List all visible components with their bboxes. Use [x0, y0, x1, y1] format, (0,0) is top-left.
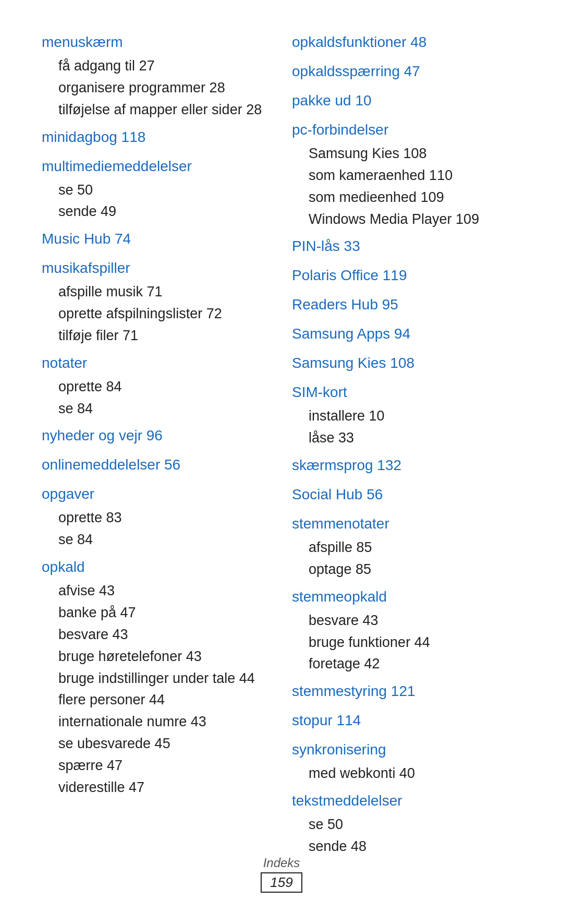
- index-page-num: 96: [142, 427, 163, 443]
- index-entry-header: tekstmeddelelser: [292, 790, 521, 812]
- index-sub-entry: organisere programmer 28: [42, 77, 271, 99]
- index-entry-header: opgaver: [42, 483, 271, 505]
- index-entry-link: Readers Hub 95: [292, 296, 398, 313]
- index-entry-header: opkaldsspærring 47: [292, 61, 521, 82]
- index-sub-entry: foretage 42: [292, 653, 521, 675]
- index-group: tekstmeddelelserse 50sende 48: [292, 790, 521, 858]
- index-group: musikafspillerafspille musik 71oprette a…: [42, 257, 271, 347]
- index-group: notateroprette 84se 84: [42, 352, 271, 420]
- index-entry-header: nyheder og vejr 96: [42, 425, 271, 447]
- index-group: opgaveroprette 83se 84: [42, 483, 271, 551]
- index-sub-entry: oprette afspilningslister 72: [42, 303, 271, 325]
- index-entry-link: Social Hub 56: [292, 486, 383, 502]
- index-entry-link: minidagbog 118: [42, 129, 145, 145]
- index-entry-header: SIM-kort: [292, 381, 521, 403]
- index-group: PIN-lås 33: [292, 235, 521, 259]
- index-entry-header: PIN-lås 33: [292, 235, 521, 257]
- index-entry-link: pc-forbindelser: [292, 122, 388, 138]
- index-sub-entry: se 50: [292, 814, 521, 836]
- index-group: stemmestyring 121: [292, 680, 521, 704]
- index-entry-link: tekstmeddelelser: [292, 793, 402, 809]
- index-entry-link: opkaldsfunktioner 48: [292, 34, 426, 50]
- index-page-num: 132: [373, 457, 402, 473]
- left-column: menuskærmfå adgang til 27organisere prog…: [42, 31, 271, 804]
- index-entry-header: pakke ud 10: [292, 90, 521, 112]
- index-sub-entry: viderestille 47: [42, 777, 271, 799]
- index-group: SIM-kortinstallere 10låse 33: [292, 381, 521, 449]
- index-sub-entry: flere personer 44: [42, 689, 271, 711]
- index-entry-link: skærmsprog 132: [292, 457, 401, 473]
- index-entry-header: stemmeopkald: [292, 586, 521, 608]
- index-sub-entry: tilføje filer 71: [42, 325, 271, 347]
- index-sub-entry: se ubesvarede 45: [42, 733, 271, 755]
- index-entry-link: musikafspiller: [42, 260, 130, 276]
- index-entry-link: multimediemeddelelser: [42, 158, 192, 174]
- index-page-num: 121: [387, 683, 415, 699]
- index-entry-header: Music Hub 74: [42, 228, 271, 250]
- index-group: Social Hub 56: [292, 484, 521, 508]
- index-sub-entry: bruge funktioner 44: [292, 632, 521, 654]
- index-sub-entry: få adgang til 27: [42, 55, 271, 77]
- index-entry-header: Samsung Apps 94: [292, 323, 521, 345]
- index-group: opkaldsfunktioner 48: [292, 31, 521, 55]
- index-group: opkaldsspærring 47: [292, 61, 521, 85]
- index-entry-link: stemmenotater: [292, 515, 389, 532]
- index-sub-entry: bruge indstillinger under tale 44: [42, 668, 271, 690]
- index-entry-header: Polaris Office 119: [292, 265, 521, 286]
- index-entry-header: opkaldsfunktioner 48: [292, 31, 521, 53]
- index-sub-entry: Samsung Kies 108: [292, 143, 521, 165]
- index-entry-header: opkald: [42, 556, 271, 578]
- index-entry-link: opkaldsspærring 47: [292, 63, 420, 79]
- index-entry-link: SIM-kort: [292, 384, 347, 400]
- index-page-num: 56: [362, 486, 383, 502]
- index-group: Samsung Kies 108: [292, 352, 521, 376]
- index-entry-header: stemmestyring 121: [292, 680, 521, 702]
- index-group: minidagbog 118: [42, 126, 271, 150]
- index-sub-entry: tilføjelse af mapper eller sider 28: [42, 99, 271, 121]
- index-page-num: 94: [390, 326, 410, 342]
- index-group: nyheder og vejr 96: [42, 425, 271, 449]
- index-sub-entry: se 50: [42, 179, 271, 201]
- index-sub-entry: besvare 43: [292, 610, 521, 632]
- index-group: stemmenotaterafspille 85optage 85: [292, 513, 521, 581]
- index-entry-header: onlinemeddelelser 56: [42, 454, 271, 476]
- index-entry-header: synkronisering: [292, 739, 521, 761]
- index-entry-header: pc-forbindelser: [292, 119, 521, 141]
- index-group: opkaldafvise 43banke på 47besvare 43brug…: [42, 556, 271, 798]
- index-page-num: 119: [378, 267, 407, 283]
- index-entry-header: minidagbog 118: [42, 126, 271, 148]
- index-group: pc-forbindelserSamsung Kies 108som kamer…: [292, 119, 521, 230]
- index-entry-header: Readers Hub 95: [292, 294, 521, 316]
- index-group: onlinemeddelelser 56: [42, 454, 271, 478]
- footer-label: Indeks: [0, 856, 563, 870]
- index-sub-entry: som medieenhed 109: [292, 187, 521, 209]
- index-sub-entry: optage 85: [292, 559, 521, 581]
- footer-page-number: 159: [261, 872, 302, 893]
- index-sub-entry: installere 10: [292, 405, 521, 427]
- index-entry-link: nyheder og vejr 96: [42, 427, 163, 443]
- index-sub-entry: besvare 43: [42, 624, 271, 646]
- index-group: stemmeopkaldbesvare 43bruge funktioner 4…: [292, 586, 521, 676]
- index-entry-header: Samsung Kies 108: [292, 352, 521, 374]
- index-page-num: 95: [378, 296, 398, 313]
- index-entry-header: stopur 114: [292, 710, 521, 731]
- index-page-num: 48: [406, 34, 426, 50]
- index-columns: menuskærmfå adgang til 27organisere prog…: [42, 31, 521, 863]
- index-sub-entry: spærre 47: [42, 755, 271, 777]
- index-sub-entry: afvise 43: [42, 580, 271, 602]
- index-page-num: 33: [340, 238, 360, 254]
- index-sub-entry: med webkonti 40: [292, 763, 521, 785]
- index-entry-header: multimediemeddelelser: [42, 155, 271, 177]
- index-entry-link: Samsung Apps 94: [292, 326, 410, 342]
- index-entry-header: notater: [42, 352, 271, 374]
- index-entry-link: onlinemeddelelser 56: [42, 457, 180, 473]
- index-entry-link: notater: [42, 355, 87, 371]
- index-page-num: 118: [117, 129, 146, 145]
- index-group: Samsung Apps 94: [292, 323, 521, 347]
- index-group: Polaris Office 119: [292, 265, 521, 289]
- index-entry-link: Music Hub 74: [42, 231, 131, 247]
- index-entry-link: Samsung Kies 108: [292, 355, 414, 371]
- index-group: multimediemeddelelserse 50sende 49: [42, 155, 271, 223]
- index-entry-link: synkronisering: [292, 741, 386, 758]
- index-page-num: 114: [333, 712, 361, 728]
